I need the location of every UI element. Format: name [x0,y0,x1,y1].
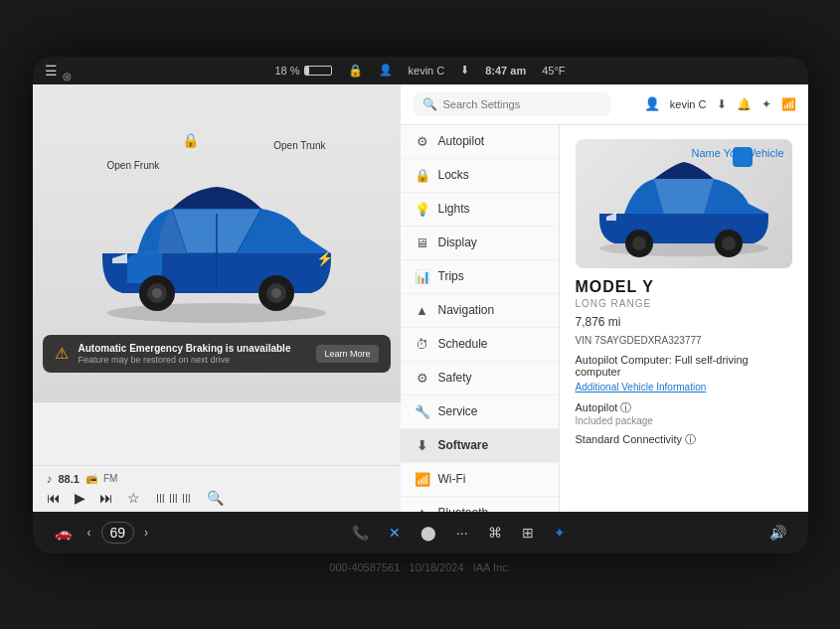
volume-icon[interactable]: 🔊 [763,521,792,545]
taskbar-left: 🚗 ‹ 69 › [49,521,155,545]
menu-item-schedule[interactable]: ⏱ Schedule [401,328,559,362]
status-bar: ☰ ◎ 18 % 🔒 👤 kevin C ⬇ 8:47 am 45°F [33,57,808,84]
temp-right-arrow[interactable]: › [138,522,154,544]
play-button[interactable]: ▶ [75,490,85,506]
autopilot-sub: Included package [576,415,792,426]
user-icon: 👤 [379,64,393,77]
additional-info-link[interactable]: Additional Vehicle Information [576,382,792,393]
footer-text: 000-40587561 · 10/18/2024 · IAA Inc. [329,561,510,573]
menu-item-service[interactable]: 🔧 Service [401,395,559,429]
menu-item-lights[interactable]: 💡 Lights [401,193,559,227]
display-icon: 🖥 [415,236,430,250]
warning-text: Automatic Emergency Braking is unavailab… [79,343,307,365]
svg-point-11 [632,236,646,250]
photo-footer: 000-40587561 · 10/18/2024 · IAA Inc. [329,561,510,573]
menu-label-autopilot: Autopilot [438,134,485,148]
mileage: 7,876 mi [576,315,792,329]
download-icon-right[interactable]: ⬇ [717,97,727,111]
search-box[interactable]: 🔍 [413,92,611,116]
tesla-screen: ☰ ◎ 18 % 🔒 👤 kevin C ⬇ 8:47 am 45°F Open… [33,57,808,553]
menu-label-display: Display [438,236,477,249]
locks-icon: 🔒 [415,168,430,183]
service-icon: 🔧 [415,404,430,419]
wifi-icon: 📶 [415,472,430,487]
music-note-icon: ♪ [47,472,53,486]
equalizer-icon: ⫼⫼⫼ [154,490,193,505]
vin: VIN 7SAYGDEDXRA323777 [576,335,792,346]
wind-icon[interactable]: ⌘ [482,521,508,545]
temp-display: 69 [101,522,135,544]
svg-text:⚡: ⚡ [316,250,334,267]
favorite-button[interactable]: ☆ [127,490,140,506]
content-area: ⚙ Autopilot 🔒 Locks 💡 Lights 🖥 [401,125,808,512]
more-icon[interactable]: ··· [450,521,474,545]
fan-icon[interactable]: ✕ [383,521,407,545]
model-sub: LONG RANGE [576,298,792,309]
name-vehicle-button[interactable]: Name Your Vehicle [692,147,784,159]
battery-indicator: 18 % [274,65,331,77]
status-time: 8:47 am [485,65,526,77]
menu-label-navigation: Navigation [438,303,495,317]
car-icon-taskbar[interactable]: 🚗 [49,521,78,545]
car-image-right: Name Your Vehicle [576,139,792,268]
menu-label-lights: Lights [438,202,470,216]
search-music-button[interactable]: 🔍 [207,490,224,506]
car-display: Open Frunk Open Trunk 🔒 [33,84,401,402]
menu-item-display[interactable]: 🖥 Display [401,227,559,260]
menu-item-bluetooth[interactable]: ✦ Bluetooth [401,497,559,512]
model-name: MODEL Y [576,278,792,296]
search-input[interactable] [443,98,601,110]
apps-icon[interactable]: ⬤ [415,521,442,545]
bluetooth-taskbar[interactable]: ✦ [548,521,572,545]
lock-status-icon: 🔒 [348,64,363,78]
warning-banner: ⚠ Automatic Emergency Braking is unavail… [43,335,391,373]
svg-point-4 [152,288,162,298]
warning-subtitle: Feature may be restored on next drive [79,355,307,365]
menu-item-trips[interactable]: 📊 Trips [401,260,559,294]
menu-item-navigation[interactable]: ▲ Navigation [401,294,559,328]
taskbar: 🚗 ‹ 69 › 📞 ✕ ⬤ ··· ⌘ ⊞ ✦ 🔊 [33,512,808,553]
menu-label-safety: Safety [438,371,472,385]
menu-label-wifi: Wi-Fi [438,472,466,486]
car-svg: ⚡ [83,159,351,328]
left-panel: Open Frunk Open Trunk 🔒 [33,84,401,512]
bluetooth-icon-header[interactable]: ✦ [761,97,771,111]
music-area: ♪ 88.1 📻 FM ⏮ ▶ ⏭ ☆ ⫼⫼⫼ 🔍 [33,465,401,512]
prev-button[interactable]: ⏮ [47,490,61,506]
autopilot-computer: Autopilot Computer: Full self-driving co… [576,354,792,378]
trips-icon: 📊 [415,269,430,284]
bell-icon[interactable]: 🔔 [737,97,752,111]
music-station: 88.1 [59,473,80,485]
tire-icon: ◎ [63,71,72,81]
download-icon: ⬇ [460,64,469,77]
user-icon-right: 👤 [644,96,660,111]
music-type: FM [103,473,117,484]
standard-connectivity: Standard Connectivity ⓘ [576,432,792,447]
right-panel: 🔍 👤 kevin C ⬇ 🔔 ✦ 📶 [401,84,808,512]
learn-more-button[interactable]: Learn More [316,345,378,363]
vehicle-info-panel: Name Your Vehicle MODEL Y LONG RANGE 7,8… [560,125,808,512]
autopilot-icon: ⚙ [415,134,430,149]
menu-item-autopilot[interactable]: ⚙ Autopilot [401,125,559,159]
autopilot-label: Autopilot ⓘ [576,400,792,415]
grid-icon[interactable]: ⊞ [516,521,540,545]
svg-point-13 [722,236,736,250]
menu-label-locks: Locks [438,168,469,182]
menu-icon: ☰ [45,63,58,79]
music-controls: ⏮ ▶ ⏭ ☆ ⫼⫼⫼ 🔍 [47,490,387,506]
status-temp: 45°F [542,65,565,77]
svg-point-7 [271,288,281,298]
user-name-label: kevin C [670,98,707,110]
taskbar-center: 📞 ✕ ⬤ ··· ⌘ ⊞ ✦ [346,521,572,545]
phone-icon[interactable]: 📞 [346,521,375,545]
open-trunk-label[interactable]: Open Trunk [273,139,325,152]
radio-icon: 📻 [85,473,97,484]
user-actions: 👤 kevin C ⬇ 🔔 ✦ 📶 [644,96,796,111]
temp-left-arrow[interactable]: ‹ [82,522,97,544]
search-icon: 🔍 [422,97,437,111]
menu-item-locks[interactable]: 🔒 Locks [401,159,559,193]
menu-item-software[interactable]: ⬇ Software [401,429,559,463]
menu-item-safety[interactable]: ⚙ Safety [401,362,559,395]
next-button[interactable]: ⏭ [99,490,113,506]
menu-item-wifi[interactable]: 📶 Wi-Fi [401,463,559,497]
